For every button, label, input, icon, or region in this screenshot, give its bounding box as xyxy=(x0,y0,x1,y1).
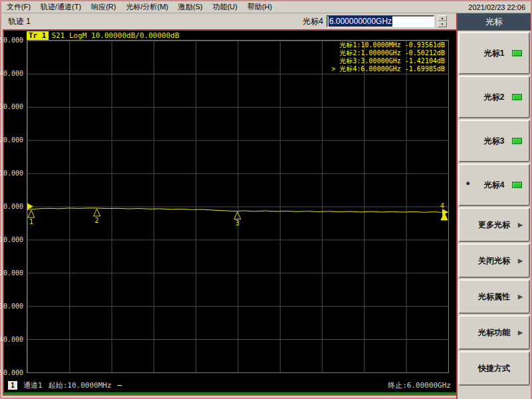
marker-readout-line: 光标1:10.0000MHz -0.93561dB xyxy=(331,41,445,49)
softkey-marker2[interactable]: 光标2 xyxy=(458,76,530,118)
menu-utility[interactable]: 功能(U) xyxy=(213,2,237,12)
y-tick-label: 30.000 xyxy=(0,103,23,110)
menu-stimulus[interactable]: 激励(S) xyxy=(178,2,203,12)
marker4-on-led-icon xyxy=(512,182,522,188)
softkey-marker4[interactable]: * 光标4 xyxy=(458,164,530,206)
sweep-indicator-bar xyxy=(4,392,456,394)
channel-number-badge: 1 xyxy=(8,381,17,390)
active-marker-star: * xyxy=(466,180,469,190)
menu-file[interactable]: 文件(F) xyxy=(7,2,31,12)
menu-help[interactable]: 帮助(H) xyxy=(247,2,272,12)
softkey-sidebar: 光标 光标1 光标2 光标3 * 光标4 更多光标 ▶ xyxy=(456,13,531,399)
y-tick-label: 50.000 xyxy=(0,37,23,44)
softkey-marker-function[interactable]: 光标功能 ▶ xyxy=(458,315,530,350)
submenu-arrow-icon: ▶ xyxy=(518,329,523,336)
y-tick-label: 20.000 xyxy=(0,136,23,144)
svg-text:3: 3 xyxy=(235,220,239,227)
marker-frequency-entry: 光标4 6.000000000GHz ▲ ▼ xyxy=(303,15,456,27)
toolbar-row: 轨迹 1 光标4 6.000000000GHz ▲ ▼ xyxy=(1,13,456,29)
trace-measurement-label: S21 LogM 10.00000dB/0.00000dB xyxy=(52,31,180,40)
channel-status-bar: 1 通道1 起始:10.0000MHz — 终止:6.00000GHz xyxy=(8,380,451,390)
y-tick-label: 40.000 xyxy=(0,70,23,77)
sweep-start-label: 起始:10.0000MHz xyxy=(49,380,112,390)
y-tick-label: -40.000 xyxy=(0,336,23,343)
svg-text:1: 1 xyxy=(29,218,33,225)
softkey-menu-title: 光标 xyxy=(458,13,531,31)
y-tick-label: -50.000 xyxy=(0,369,23,376)
svg-text:4: 4 xyxy=(440,202,444,209)
y-tick-label: -10.000 xyxy=(0,236,23,243)
channel-label: 通道1 xyxy=(23,380,43,390)
menu-response[interactable]: 响应(R) xyxy=(91,2,116,12)
trace-svg: 1234 xyxy=(27,41,448,372)
softkey-shortcut[interactable]: 快捷方式 xyxy=(458,351,530,386)
softkey-marker-off[interactable]: 关闭光标 ▶ xyxy=(458,243,530,278)
softkey-marker-properties[interactable]: 光标属性 ▶ xyxy=(458,279,530,314)
marker-readout-line: 光标2:1.00000GHz -0.50212dB xyxy=(331,49,445,57)
marker-readout-line: 光标3:3.00000GHz -1.42104dB xyxy=(331,57,445,65)
softkey-marker1[interactable]: 光标1 xyxy=(458,32,530,74)
softkey-more-markers[interactable]: 更多光标 ▶ xyxy=(458,207,530,242)
submenu-arrow-icon: ▶ xyxy=(518,221,523,228)
y-tick-label: 0.000 xyxy=(3,203,23,210)
softkey-list: 光标1 光标2 光标3 * 光标4 更多光标 ▶ 关闭光标 xyxy=(458,31,531,387)
y-tick-label: -30.000 xyxy=(0,303,23,310)
y-axis-labels: 50.00040.00030.00020.00010.0000.000-10.0… xyxy=(4,40,25,373)
marker-readout-panel: 光标1:10.0000MHz -0.93561dB 光标2:1.00000GHz… xyxy=(331,41,445,73)
frequency-spinner: ▲ ▼ xyxy=(438,15,447,27)
marker1-on-led-icon xyxy=(512,51,522,57)
marker3-on-led-icon xyxy=(512,138,522,144)
trace-color-key: — xyxy=(118,381,122,390)
menu-trace-channel[interactable]: 轨迹/通道(T) xyxy=(41,2,81,12)
vna-application-window: 文件(F) 轨迹/通道(T) 响应(R) 光标/分析(M) 激励(S) 功能(U… xyxy=(0,0,532,399)
plot-area: 1234 xyxy=(27,40,449,373)
sweep-stop-label: 终止:6.00000GHz xyxy=(388,380,451,390)
marker-readout-line-active: > 光标4:6.00000GHz -1.69985dB xyxy=(331,65,445,73)
y-tick-label: -20.000 xyxy=(0,269,23,277)
menu-marker-analysis[interactable]: 光标/分析(M) xyxy=(126,2,168,12)
spinner-down-button[interactable]: ▼ xyxy=(438,21,447,27)
marker-frequency-value: 6.000000000GHz xyxy=(329,16,392,27)
graph-panel: Tr 1 S21 LogM 10.00000dB/0.00000dB 50.00… xyxy=(3,29,458,396)
trace-number-badge[interactable]: Tr 1 xyxy=(27,31,49,40)
trace-header: Tr 1 S21 LogM 10.00000dB/0.00000dB xyxy=(27,31,180,40)
marker2-on-led-icon xyxy=(512,94,522,100)
clock-timestamp: 2021/02/23 22:06 xyxy=(468,3,525,11)
spinner-up-button[interactable]: ▲ xyxy=(438,15,447,21)
submenu-arrow-icon: ▶ xyxy=(518,293,523,300)
menu-bar: 文件(F) 轨迹/通道(T) 响应(R) 光标/分析(M) 激励(S) 功能(U… xyxy=(1,1,531,13)
marker-frequency-input[interactable]: 6.000000000GHz xyxy=(327,15,434,27)
y-tick-label: 10.000 xyxy=(0,170,23,177)
submenu-arrow-icon: ▶ xyxy=(518,257,523,264)
softkey-marker3[interactable]: 光标3 xyxy=(458,120,530,162)
marker-entry-label: 光标4 xyxy=(303,16,323,27)
svg-text:2: 2 xyxy=(95,217,99,224)
trace-tab[interactable]: 轨迹 1 xyxy=(8,16,31,27)
